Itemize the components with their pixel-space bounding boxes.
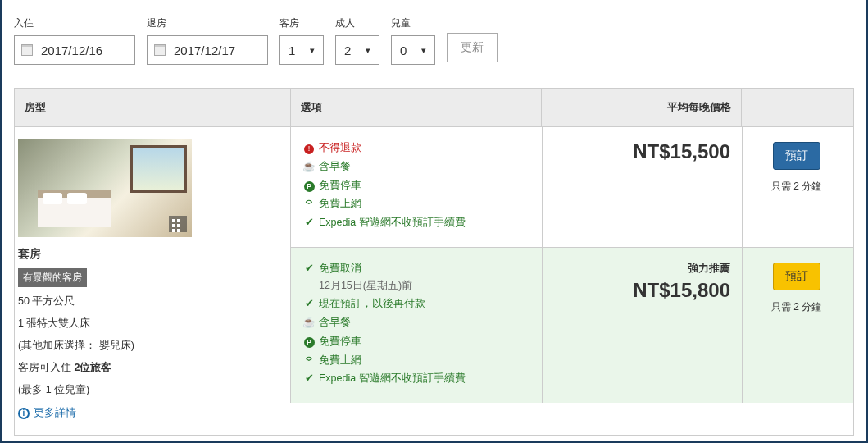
room-occupancy-note: (最多 1 位兒童) (18, 381, 279, 398)
table-header: 房型 選項 平均每晚價格 (15, 89, 853, 127)
chevron-down-icon: ▾ (310, 45, 315, 56)
rooms-label: 客房 (279, 16, 324, 30)
feature-subtext: 12月15日(星期五)前 (319, 278, 530, 294)
nightly-price: NT$15,800 (554, 279, 730, 302)
room-info-cell: 套房 有景觀的客房 50 平方公尺 1 張特大雙人床 (其他加床選擇： 嬰兒床)… (15, 127, 290, 435)
feature-item: !不得退款 (302, 140, 530, 156)
feature-item: ✔Expedia 智遊網不收預訂手續費 (302, 371, 530, 386)
rooms-table: 房型 選項 平均每晚價格 套房 有景觀的客房 50 平方公尺 1 張 (14, 88, 854, 436)
check-icon: ✔ (302, 296, 316, 312)
calendar-icon (154, 44, 166, 56)
room-occupancy: 客房可入住 2位旅客 (18, 359, 279, 376)
offer-options: ✔免費取消12月15日(星期五)前✔現在預訂，以後再付款☕含早餐P免費停車⌔免費… (291, 248, 542, 403)
offers-column: !不得退款☕含早餐P免費停車⌔免費上網✔Expedia 智遊網不收預訂手續費NT… (290, 127, 853, 435)
update-button[interactable]: 更新 (447, 33, 498, 62)
feature-item: ✔現在預訂，以後再付款 (302, 296, 530, 312)
rooms-select[interactable]: 1 ▾ (279, 35, 324, 65)
info-icon: i (18, 408, 30, 419)
wifi-icon: ⌔ (302, 196, 316, 212)
offer-options: !不得退款☕含早餐P免費停車⌔免費上網✔Expedia 智遊網不收預訂手續費 (291, 127, 542, 247)
checkin-input[interactable]: 2017/12/16 (14, 35, 135, 65)
book-button[interactable]: 預訂 (773, 263, 820, 290)
parking-icon: P (302, 178, 316, 194)
check-icon: ✔ (302, 215, 316, 231)
chevron-down-icon: ▾ (421, 45, 426, 56)
header-option: 選項 (290, 89, 541, 126)
offer-row: !不得退款☕含早餐P免費停車⌔免費上網✔Expedia 智遊網不收預訂手續費NT… (290, 127, 853, 247)
parking-icon: P (302, 334, 316, 349)
feature-item: ☕含早餐 (302, 315, 530, 331)
header-room: 房型 (15, 89, 290, 126)
book-cell: 預訂只需 2 分鐘 (742, 127, 850, 247)
book-cell: 預訂只需 2 分鐘 (742, 248, 850, 403)
book-time-note: 只需 2 分鐘 (751, 300, 842, 314)
checkout-input[interactable]: 2017/12/17 (147, 35, 268, 65)
offer-row: ✔免費取消12月15日(星期五)前✔現在預訂，以後再付款☕含早餐P免費停車⌔免費… (290, 247, 853, 403)
header-book (741, 89, 849, 126)
checkin-label: 入住 (14, 16, 135, 30)
price-cell: 強力推薦NT$15,800 (542, 248, 742, 403)
feature-item: P免費停車 (302, 334, 530, 349)
feature-item: ⌔免費上網 (302, 196, 530, 212)
cup-icon: ☕ (302, 315, 316, 331)
more-details-link[interactable]: i 更多詳情 (18, 406, 279, 420)
room-view-tag: 有景觀的客房 (18, 268, 87, 287)
children-select[interactable]: 0 ▾ (391, 35, 435, 65)
room-image[interactable] (18, 139, 192, 237)
check-icon: ✔ (302, 261, 316, 276)
room-size: 50 平方公尺 (18, 293, 279, 309)
room-name: 套房 (18, 247, 279, 262)
recommended-badge: 強力推薦 (554, 261, 730, 276)
adults-label: 成人 (335, 16, 379, 30)
info-icon: ! (302, 140, 316, 156)
children-label: 兒童 (391, 16, 435, 30)
calendar-icon (21, 44, 33, 56)
book-time-note: 只需 2 分鐘 (751, 180, 842, 194)
chevron-down-icon: ▾ (366, 45, 370, 56)
feature-item: ✔Expedia 智遊網不收預訂手續費 (302, 215, 530, 231)
feature-item: ⌔免費上網 (302, 353, 530, 368)
search-bar: 入住 2017/12/16 退房 2017/12/17 客房 1 ▾ 成人 2 (14, 16, 854, 65)
booking-panel: 入住 2017/12/16 退房 2017/12/17 客房 1 ▾ 成人 2 (0, 0, 868, 443)
room-extra-bed: (其他加床選擇： 嬰兒床) (18, 337, 279, 354)
feature-item: ☕含早餐 (302, 159, 530, 175)
nightly-price: NT$15,500 (554, 140, 730, 163)
book-button[interactable]: 預訂 (773, 142, 820, 170)
check-icon: ✔ (302, 371, 316, 386)
feature-item: ✔免費取消 (302, 261, 530, 276)
room-bed: 1 張特大雙人床 (18, 315, 279, 331)
adults-select[interactable]: 2 ▾ (335, 35, 379, 65)
feature-item: P免費停車 (302, 178, 530, 194)
cup-icon: ☕ (302, 159, 316, 175)
header-price: 平均每晚價格 (541, 89, 741, 126)
price-cell: NT$15,500 (542, 127, 742, 247)
checkout-label: 退房 (147, 16, 268, 30)
wifi-icon: ⌔ (302, 353, 316, 368)
gallery-icon[interactable] (169, 216, 187, 232)
